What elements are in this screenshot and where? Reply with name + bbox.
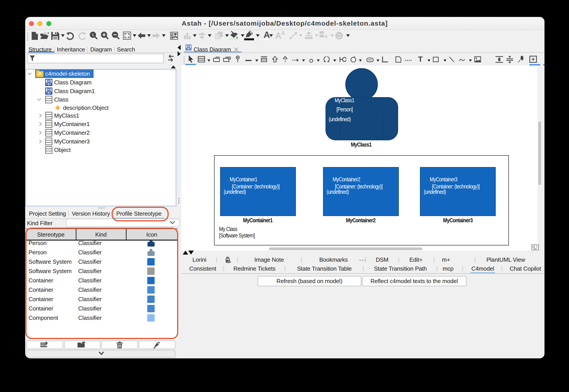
svg-text:1: 1 xyxy=(92,33,94,37)
svg-text:P: P xyxy=(38,71,41,76)
